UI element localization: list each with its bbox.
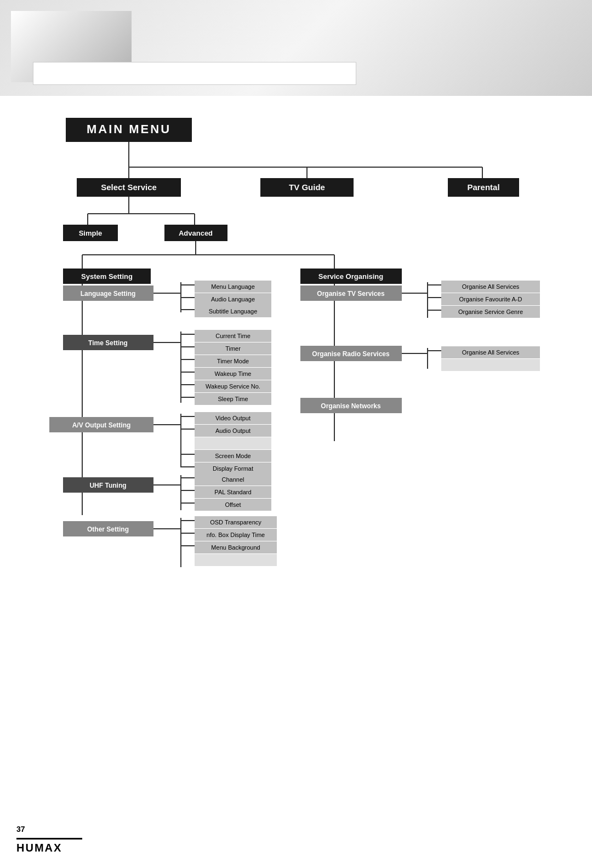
menu-background: Menu Background [211, 544, 260, 551]
menu-language: Menu Language [211, 283, 255, 290]
offset: Offset [225, 501, 241, 508]
page-number: 37 [16, 825, 82, 833]
organise-radio-services-label: Organise Radio Services [312, 350, 390, 358]
timer-mode: Timer Mode [217, 358, 249, 364]
uhf-tuning-label: UHF Tuning [89, 482, 126, 489]
other-setting-label: Other Setting [87, 526, 129, 533]
svg-rect-99 [441, 359, 540, 371]
video-output: Video Output [215, 415, 251, 421]
av-output-setting-label: A/V Output Setting [72, 421, 131, 429]
wakeup-time: Wakeup Time [215, 370, 252, 377]
screen-mode: Screen Mode [215, 453, 251, 459]
parental-label: Parental [467, 182, 499, 192]
organise-service-genre: Organise Service Genre [458, 309, 523, 315]
advanced-label: Advanced [179, 229, 213, 237]
display-format: Display Format [213, 465, 253, 472]
time-setting-label: Time Setting [88, 339, 128, 347]
simple-label: Simple [79, 229, 103, 237]
main-menu-title: MAIN MENU [87, 122, 171, 136]
subtitle-language: Subtitle Language [209, 308, 258, 315]
svg-rect-55 [195, 437, 271, 449]
header-area [0, 0, 592, 96]
timer: Timer [225, 345, 241, 352]
svg-rect-80 [195, 554, 277, 566]
language-setting-label: Language Setting [81, 290, 136, 298]
organise-all-services-tv: Organise All Services [462, 283, 520, 290]
organise-favourite: Organise Favourite A-D [459, 296, 522, 302]
organise-all-services-radio: Organise All Services [462, 349, 520, 356]
organise-tv-services-label: Organise TV Services [317, 290, 385, 298]
info-box-display-time: nfo. Box Display Time [207, 532, 265, 538]
system-setting-label: System Setting [81, 272, 133, 281]
wakeup-service-no: Wakeup Service No. [206, 383, 260, 390]
organise-networks-label: Organise Networks [321, 402, 381, 410]
current-time: Current Time [215, 333, 251, 339]
header-white-bar [33, 62, 356, 85]
pal-standard: PAL Standard [214, 489, 251, 495]
service-organising-label: Service Organising [318, 272, 384, 281]
main-content: MAIN MENU Select Service TV Guide Parent… [0, 96, 592, 633]
footer: 37 HUMAX [16, 825, 82, 854]
sleep-time: Sleep Time [218, 396, 248, 402]
audio-output: Audio Output [215, 427, 251, 434]
select-service-label: Select Service [101, 182, 157, 192]
channel: Channel [222, 476, 244, 483]
menu-diagram: MAIN MENU Select Service TV Guide Parent… [33, 112, 581, 616]
audio-language: Audio Language [211, 296, 255, 302]
humax-line [16, 838, 82, 840]
osd-transparency: OSD Transparency [210, 519, 261, 526]
tv-guide-label: TV Guide [289, 182, 325, 192]
humax-logo: HUMAX [16, 842, 82, 854]
